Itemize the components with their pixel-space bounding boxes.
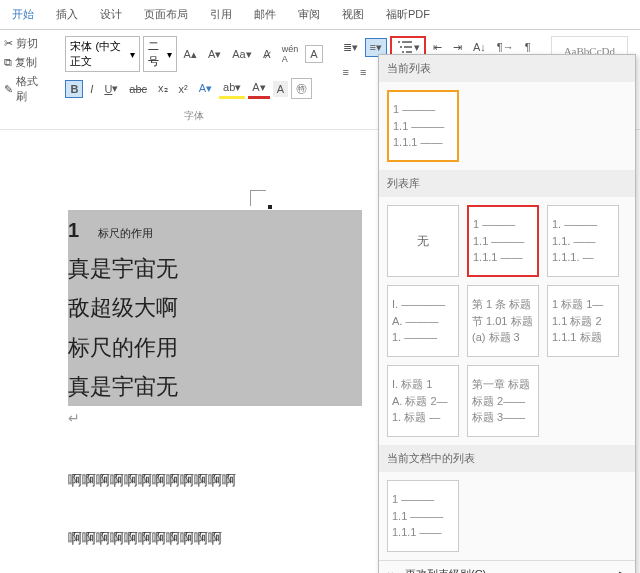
- copy-button[interactable]: ⧉复制: [4, 55, 45, 70]
- brush-icon: ✎: [4, 83, 13, 96]
- indent-button[interactable]: ⇥: [449, 39, 466, 56]
- align-left-button[interactable]: ≡: [339, 64, 353, 80]
- phonetic-button[interactable]: wénA: [278, 42, 303, 66]
- anchor-icon: [268, 205, 272, 209]
- preset-none[interactable]: 无: [387, 205, 459, 277]
- body-line: 啊啊啊啊啊啊啊啊啊啊啊: [68, 530, 362, 548]
- font-group: 宋体 (中文正文▾ 二号▾ A▴ A▾ Aa▾ A̷ wénA A B I U▾…: [57, 36, 330, 123]
- dd-header-doc: 当前文档中的列表: [379, 445, 635, 472]
- preset-roman-alpha[interactable]: I. ————A. ———1. ———: [387, 285, 459, 357]
- list-number: 1: [68, 214, 92, 246]
- grow-font-button[interactable]: A▴: [180, 46, 201, 63]
- dd-menu: ↔更改列表级别(C)▸ 定义新的多级列表(D)... 定义新的列表样式(L)..…: [379, 560, 635, 573]
- sort-button[interactable]: A↓: [469, 39, 490, 55]
- margin-corner-icon: [250, 190, 266, 206]
- ribbon-tabs: 开始 插入 设计 页面布局 引用 邮件 审阅 视图 福昕PDF: [0, 0, 640, 30]
- tab-view[interactable]: 视图: [340, 4, 366, 25]
- tab-foxit[interactable]: 福昕PDF: [384, 4, 432, 25]
- tab-mail[interactable]: 邮件: [252, 4, 278, 25]
- char-shading-button[interactable]: A: [273, 81, 288, 97]
- copy-icon: ⧉: [4, 56, 12, 69]
- clear-fmt-button[interactable]: A̷: [259, 46, 275, 63]
- font-color-button[interactable]: A▾: [248, 79, 269, 99]
- effects-button[interactable]: A▾: [195, 80, 216, 97]
- scissors-icon: ✂: [4, 37, 13, 50]
- tab-design[interactable]: 设计: [98, 4, 124, 25]
- tab-ref[interactable]: 引用: [208, 4, 234, 25]
- preset-heading-num[interactable]: 1 标题 1—1.1 标题 21.1.1 标题: [547, 285, 619, 357]
- text-line: 真是宇宙无: [68, 249, 362, 288]
- text-line: 敌超级大啊: [68, 288, 362, 327]
- multilevel-dropdown: 当前列表 1 ———1.1 ———1.1.1 —— 列表库 无 1 ———1.1…: [378, 54, 636, 573]
- page[interactable]: 1 标尺的作用 真是宇宙无 敌超级大啊 标尺的作用 真是宇宙无 ↵ 啊啊啊啊啊啊…: [50, 150, 380, 568]
- heading-line: 1 标尺的作用: [68, 210, 362, 249]
- tab-layout[interactable]: 页面布局: [142, 4, 190, 25]
- highlight-button[interactable]: ab▾: [219, 79, 245, 99]
- align-center-button[interactable]: ≡: [356, 64, 370, 80]
- preset-numeric[interactable]: 1 ———1.1 ———1.1.1 ——: [467, 205, 539, 277]
- bold-button[interactable]: B: [65, 80, 83, 98]
- underline-button[interactable]: U▾: [100, 80, 122, 97]
- showmarks-button[interactable]: ¶: [521, 39, 535, 55]
- shrink-font-button[interactable]: A▾: [204, 46, 225, 63]
- preset-chapter[interactable]: 第一章 标题 1标题 2——标题 3——: [467, 365, 539, 437]
- change-case-button[interactable]: Aa▾: [228, 46, 255, 63]
- font-size-combo[interactable]: 二号▾: [143, 36, 177, 72]
- sub-button[interactable]: x₂: [154, 80, 172, 97]
- text-line: 标尺的作用: [68, 328, 362, 367]
- preset-doc-current[interactable]: 1 ———1.1 ———1.1.1 ——: [387, 480, 459, 552]
- ltr-button[interactable]: ¶→: [493, 39, 518, 55]
- preset-numeric-dot[interactable]: 1. ———1.1. ——1.1.1. —: [547, 205, 619, 277]
- tab-home[interactable]: 开始: [10, 4, 36, 25]
- text-line: 真是宇宙无: [68, 367, 362, 406]
- outdent-button[interactable]: ⇤: [429, 39, 446, 56]
- bullets-button[interactable]: ≣▾: [339, 39, 362, 56]
- dd-header-library: 列表库: [379, 170, 635, 197]
- strike-button[interactable]: abc: [125, 81, 151, 97]
- menu-change-level[interactable]: ↔更改列表级别(C)▸: [379, 561, 635, 573]
- level-icon: ↔: [385, 567, 396, 573]
- font-family-combo[interactable]: 宋体 (中文正文▾: [65, 36, 139, 72]
- tab-insert[interactable]: 插入: [54, 4, 80, 25]
- preset-roman-heading[interactable]: I. 标题 1A. 标题 2—1. 标题 —: [387, 365, 459, 437]
- italic-button[interactable]: I: [86, 81, 97, 97]
- font-group-label: 字体: [65, 109, 322, 123]
- body-line: 啊啊啊啊啊啊啊啊啊啊啊啊: [68, 472, 362, 490]
- sup-button[interactable]: x²: [175, 81, 192, 97]
- fmt-button[interactable]: ✎格式刷: [4, 74, 45, 104]
- tab-review[interactable]: 审阅: [296, 4, 322, 25]
- preset-article[interactable]: 第 1 条 标题节 1.01 标题(a) 标题 3: [467, 285, 539, 357]
- clipboard-group: ✂剪切 ⧉复制 ✎格式刷: [4, 36, 53, 123]
- enclose-button[interactable]: ㊕: [291, 78, 312, 99]
- char-border-button[interactable]: A: [305, 45, 322, 63]
- cut-button[interactable]: ✂剪切: [4, 36, 45, 51]
- dd-header-current: 当前列表: [379, 55, 635, 82]
- para-mark: ↵: [68, 406, 362, 432]
- preset-current[interactable]: 1 ———1.1 ———1.1.1 ——: [387, 90, 459, 162]
